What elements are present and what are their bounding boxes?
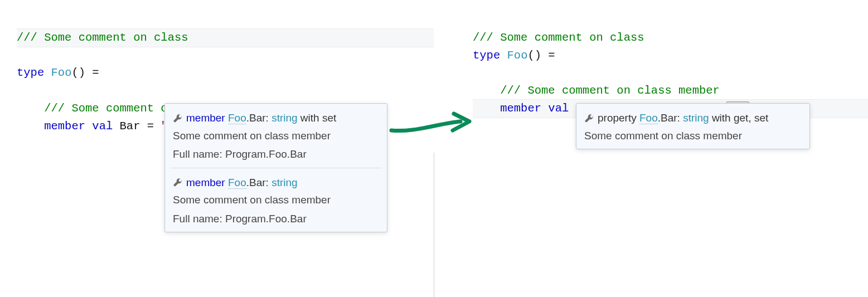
sig-keyword: member <box>186 177 225 188</box>
sig-type: Foo <box>228 177 246 189</box>
tooltip-signature: member Foo.Bar: string with set <box>173 110 379 126</box>
tooltip-fullname: Full name: Program.Foo.Bar <box>173 147 379 162</box>
tooltip-block: member Foo.Bar: string Some comment on c… <box>165 172 387 229</box>
sig-return-type: string <box>683 112 709 124</box>
code-comment: /// Some comment on class <box>473 31 644 44</box>
wrench-icon <box>173 178 183 188</box>
code-typename: Foo <box>507 49 528 62</box>
sig-keyword: member <box>186 112 225 124</box>
fullname-value: Program.Foo.Bar <box>225 148 307 160</box>
tooltip-sig-text: property Foo.Bar: string with get, set <box>598 110 768 126</box>
code-comment: /// Some comment on class member <box>500 84 720 97</box>
code-typename: Foo <box>51 66 72 79</box>
tooltip-description: Some comment on class member <box>173 128 379 144</box>
tooltip-block: member Foo.Bar: string with set Some com… <box>165 107 387 164</box>
before-panel: /// Some comment on class type Foo() = /… <box>0 0 434 153</box>
sig-member: .Bar: <box>246 112 271 124</box>
tooltip-sig-text: member Foo.Bar: string with set <box>186 110 336 126</box>
code-keyword: member <box>44 120 85 133</box>
code-keyword: member <box>500 102 541 115</box>
code-keyword: val <box>548 102 569 115</box>
sig-member: .Bar: <box>246 177 271 188</box>
code-keyword: type <box>17 66 44 79</box>
sig-tail: with set <box>298 112 337 124</box>
sig-keyword: property <box>598 112 637 124</box>
tooltip-description: Some comment on class member <box>584 128 802 144</box>
tooltip-signature: property Foo.Bar: string with get, set <box>584 110 802 126</box>
quickinfo-tooltip-right: property Foo.Bar: string with get, set S… <box>576 103 810 149</box>
code-punct: = <box>140 120 161 133</box>
code-comment: /// Some comment on class <box>17 31 188 44</box>
after-panel: /// Some comment on class type Foo() = /… <box>434 0 868 153</box>
code-punct: () = <box>71 66 99 79</box>
wrench-icon <box>173 114 183 124</box>
sig-tail: with get, set <box>709 112 769 124</box>
tooltip-description: Some comment on class member <box>173 192 379 208</box>
wrench-icon <box>584 114 594 124</box>
tooltip-fullname: Full name: Program.Foo.Bar <box>173 211 379 227</box>
code-punct: () = <box>527 49 555 62</box>
fullname-value: Program.Foo.Bar <box>225 213 307 225</box>
fullname-label: Full name: <box>173 213 225 225</box>
comparison-stage: /// Some comment on class type Foo() = /… <box>0 0 868 297</box>
code-keyword: type <box>473 49 500 62</box>
sig-return-type: string <box>271 177 297 188</box>
quickinfo-tooltip-left: member Foo.Bar: string with set Some com… <box>164 103 387 232</box>
code-ident: Bar <box>120 120 140 133</box>
tooltip-separator <box>171 168 381 168</box>
sig-return-type: string <box>271 112 297 124</box>
arrow-icon <box>387 109 476 143</box>
sig-member: .Bar: <box>658 112 683 124</box>
tooltip-block: property Foo.Bar: string with get, set S… <box>576 107 809 145</box>
tooltip-sig-text: member Foo.Bar: string <box>186 175 298 191</box>
code-keyword: val <box>92 120 113 133</box>
fullname-label: Full name: <box>173 148 225 160</box>
sig-type: Foo <box>639 112 658 124</box>
tooltip-signature: member Foo.Bar: string <box>173 175 379 191</box>
sig-type: Foo <box>228 112 246 124</box>
